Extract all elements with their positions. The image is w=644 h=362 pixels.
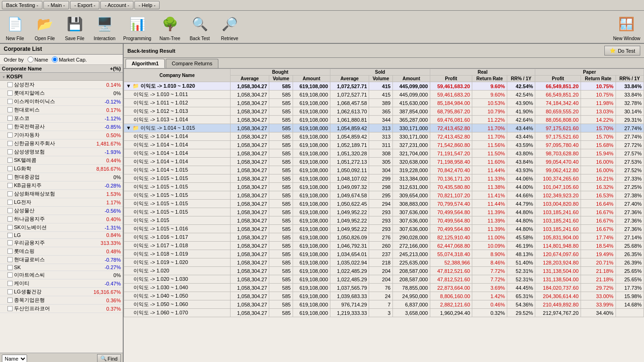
corp-item-name: LG전자 [14, 199, 91, 206]
list-item[interactable]: 현대로비스0.17% [0, 106, 123, 114]
radio-marketcap-input[interactable] [52, 56, 58, 63]
row-s-amt: 308,883,000 [392, 200, 430, 208]
table-row[interactable]: 이익도 -> 1.060 ~ 1.070 1,058,304.27 585 61… [124, 309, 644, 317]
results-container[interactable]: Company Name Bought Sold Real Paper Aver… [124, 69, 644, 362]
row-p-profit: 88,056,808.00 [535, 116, 581, 124]
row-b-vol: 585 [269, 158, 293, 166]
list-item[interactable]: SK-0.27% [0, 264, 123, 271]
corp-group-header-kospi[interactable]: KOSPI [0, 73, 123, 81]
list-item[interactable]: 기아자동차0.50% [0, 131, 123, 139]
table-row[interactable]: 이익도 -> 1.020 ~ 1.030 1,058,304.27 585 61… [124, 275, 644, 284]
menu-help[interactable]: - Help - [134, 1, 160, 9]
save-file-button[interactable]: 💾 Save File [63, 13, 86, 41]
table-row[interactable]: 이익도 -> 1.015 ~ 1.015 1,058,304.27 585 61… [124, 208, 644, 216]
list-item[interactable]: 삼성물산-0.56% [0, 207, 123, 215]
table-row[interactable]: ▼ 📁 이익도 -> 1.014 ~ 1.015 1,058,304.27 58… [124, 124, 644, 132]
table-row[interactable]: 이익도 -> 1.015 ~ 1.015 1,058,304.27 585 61… [124, 183, 644, 191]
sort-select[interactable]: Name [2, 355, 27, 362]
table-row[interactable]: 이익도 -> 1.014 ~ 1.015 1,058,304.27 585 61… [124, 166, 644, 174]
table-row[interactable]: 이익도 -> 1.015 1,058,304.27 585 619,108,00… [124, 216, 644, 225]
list-item[interactable]: 포스코-1.12% [0, 114, 123, 123]
row-r-profit: 2,882,121.60 [430, 300, 472, 309]
row-r-rr1y: 43.44% [507, 124, 535, 132]
table-row[interactable]: 이익도 -> 1.020 1,058,304.27 585 619,108,00… [124, 267, 644, 275]
programming-button[interactable]: 📊 Programming [123, 13, 151, 41]
menu-account[interactable]: - Account - [100, 1, 133, 9]
find-label: Find [108, 356, 118, 362]
tab-algorithm1[interactable]: Algorithm1 [126, 59, 165, 68]
list-item[interactable]: 하나금융지주0.40% [0, 215, 123, 223]
list-item[interactable]: LG화학8,816.67% [0, 165, 123, 173]
menu-main[interactable]: - Main - [43, 1, 69, 9]
table-row[interactable]: ▼ 📁 이익도 -> 1.010 ~ 1.020 1,058,304.27 58… [124, 82, 644, 90]
row-p-rr: 19.49% [581, 250, 616, 258]
menu-backtesting[interactable]: Back Testing - [2, 1, 42, 9]
table-row[interactable]: 이익도 -> 1.050 ~ 1.060 1,058,304.27 585 61… [124, 300, 644, 309]
list-item[interactable]: 현대중공업0% [0, 173, 123, 181]
nam-tree-button[interactable]: 🌳 Nam-Tree [159, 13, 181, 41]
list-item[interactable]: LG0.84% [0, 232, 123, 239]
row-name: 이익도 -> 1.010 ~ 1.011 [124, 90, 231, 99]
retrieve-button[interactable]: 🔎 Retrieve [218, 13, 241, 41]
table-row[interactable]: 이익도 -> 1.030 ~ 1.040 1,058,304.27 585 61… [124, 284, 644, 292]
list-item[interactable]: 신한금융지주회사1,481.67% [0, 139, 123, 148]
find-button[interactable]: 🔍 Find [97, 354, 121, 362]
corp-item-name: 종목기업은행 [14, 297, 91, 304]
row-p-profit: 99,054,470.40 [535, 158, 581, 166]
table-row[interactable]: 이익도 -> 1.015 ~ 1.015 1,058,304.27 585 61… [124, 200, 644, 208]
list-item[interactable]: LG전자1.17% [0, 198, 123, 207]
row-name: 이익도 -> 1.014 ~ 1.014 [124, 158, 231, 166]
row-s-avg: 1,022,485.29 [330, 275, 369, 284]
list-item[interactable]: 삼성전자0.14% [0, 81, 123, 89]
list-item[interactable]: 롯데쇼핑0.48% [0, 247, 123, 256]
list-item[interactable]: 두산인프라코어0.37% [0, 305, 123, 313]
corporate-table-header: Corporate Name +(%) [0, 65, 123, 73]
list-item[interactable]: KB금융지주-0.28% [0, 181, 123, 190]
interaction-button[interactable]: 🖥️ Interaction [93, 13, 116, 41]
row-r-profit: 72,413,452.80 [430, 132, 472, 141]
back-test-button[interactable]: 🔍 Back Test [189, 13, 211, 41]
row-p-rr: 16.67% [581, 208, 616, 216]
list-item[interactable]: 케이티-0.47% [0, 279, 123, 288]
new-window-button[interactable]: 🪟 New Window [613, 13, 640, 41]
list-item[interactable]: SK텔레콤0.44% [0, 156, 123, 165]
table-row[interactable]: 이익도 -> 1.015 ~ 1.015 1,058,304.27 585 61… [124, 174, 644, 183]
table-row[interactable]: 이익도 -> 1.019 ~ 1.020 1,058,304.27 585 61… [124, 258, 644, 267]
list-item[interactable]: 삼성생명보험-1.93% [0, 148, 123, 156]
table-row[interactable]: 이익도 -> 1.015 ~ 1.015 1,058,304.27 585 61… [124, 191, 644, 200]
menu-export[interactable]: - Export - [70, 1, 99, 9]
do-test-button[interactable]: ⭐ Do Test [604, 46, 640, 56]
table-row[interactable]: 이익도 -> 1.012 ~ 1.013 1,058,304.27 585 61… [124, 107, 644, 116]
list-item[interactable]: 삼성화재해상보험1.53% [0, 190, 123, 198]
list-item[interactable]: 이마트에스씨0% [0, 271, 123, 279]
table-row[interactable]: 이익도 -> 1.014 ~ 1.014 1,058,304.27 585 61… [124, 132, 644, 141]
new-file-button[interactable]: 📄 New File [4, 13, 26, 41]
table-row[interactable]: 이익도 -> 1.017 ~ 1.018 1,058,304.27 585 61… [124, 242, 644, 250]
list-item[interactable]: 롯데지알에스0% [0, 89, 123, 97]
radio-marketcap-label[interactable]: Market Cap. [52, 56, 87, 63]
table-row[interactable]: 이익도 -> 1.013 ~ 1.014 1,058,304.27 585 61… [124, 116, 644, 124]
table-row[interactable]: 이익도 -> 1.014 ~ 1.014 1,058,304.27 585 61… [124, 141, 644, 149]
row-s-amt: 245,213,000 [392, 250, 430, 258]
list-item[interactable]: 한국전력공사-0.85% [0, 123, 123, 131]
list-item[interactable]: 현대글로비스-0.78% [0, 256, 123, 264]
list-item[interactable]: SK이노베이션-1.31% [0, 223, 123, 232]
list-item[interactable]: LG생활건강16,316.67% [0, 288, 123, 296]
table-row[interactable]: 이익도 -> 1.014 ~ 1.014 1,058,304.27 585 61… [124, 149, 644, 158]
table-row[interactable]: 이익도 -> 1.015 ~ 1.016 1,058,304.27 585 61… [124, 225, 644, 233]
corporate-list[interactable]: KOSPI 삼성전자0.14%롯데지알에스0%이스케이하이닉스-0.12%현대로… [0, 73, 123, 353]
list-item[interactable]: 우리금융지주313.33% [0, 239, 123, 247]
list-item[interactable]: 종목기업은행0.36% [0, 296, 123, 305]
table-row[interactable]: 이익도 -> 1.016 ~ 1.017 1,058,304.27 585 61… [124, 233, 644, 242]
table-row[interactable]: 이익도 -> 1.011 ~ 1.012 1,058,304.27 585 61… [124, 99, 644, 107]
radio-name-input[interactable] [28, 56, 34, 63]
table-row[interactable]: 이익도 -> 1.014 ~ 1.014 1,058,304.27 585 61… [124, 158, 644, 166]
table-row[interactable]: 이익도 -> 1.010 ~ 1.011 1,058,304.27 585 61… [124, 90, 644, 99]
row-p-rr: 10.75% [581, 90, 616, 99]
table-row[interactable]: 이익도 -> 1.040 ~ 1.050 1,058,304.27 585 61… [124, 292, 644, 300]
radio-name-label[interactable]: Name [28, 56, 48, 63]
table-row[interactable]: 이익도 -> 1.018 ~ 1.019 1,058,304.27 585 61… [124, 250, 644, 258]
open-file-button[interactable]: 📂 Open File [34, 13, 56, 41]
list-item[interactable]: 이스케이하이닉스-0.12% [0, 97, 123, 106]
tab-compare-returns[interactable]: Compare Returns [166, 59, 218, 68]
